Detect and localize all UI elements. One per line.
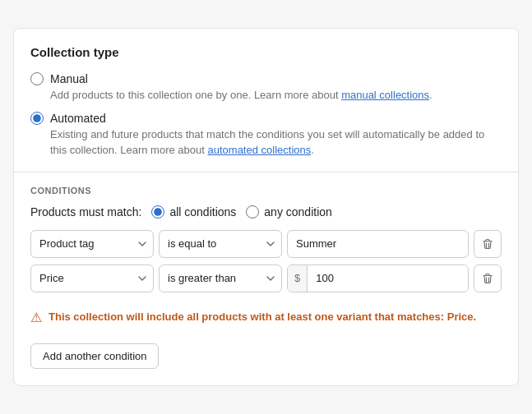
manual-radio[interactable]	[30, 72, 44, 85]
conditions-section-label: CONDITIONS	[30, 186, 502, 196]
all-conditions-label[interactable]: all conditions	[169, 205, 236, 218]
delete-condition-2[interactable]	[474, 264, 502, 292]
operator-select-2[interactable]: is equal to is not equal to is greater t…	[159, 264, 282, 292]
currency-prefix: $	[288, 265, 308, 292]
automated-label-row: Automated	[30, 112, 502, 125]
operator-select-1[interactable]: is equal to is not equal to starts with …	[159, 230, 282, 258]
card-divider	[14, 172, 518, 172]
manual-label-row: Manual	[30, 72, 502, 85]
condition-row-2: Product tag Price Title Vendor Type is e…	[30, 264, 502, 292]
add-condition-button[interactable]: Add another condition	[30, 343, 159, 369]
manual-option: Manual Add products to this collection o…	[30, 72, 502, 104]
automated-label[interactable]: Automated	[50, 112, 106, 125]
field-select-1[interactable]: Product tag Price Title Vendor Type	[30, 230, 154, 258]
page-wrapper: Collection type Manual Add products to t…	[13, 28, 519, 386]
automated-collections-link[interactable]: automated collections	[208, 144, 312, 156]
value-input-2[interactable]	[308, 265, 468, 292]
condition-row-1: Product tag Price Title Vendor Type is e…	[30, 230, 502, 258]
delete-condition-1[interactable]	[474, 230, 502, 258]
collection-type-radio-group: Manual Add products to this collection o…	[30, 72, 502, 159]
conditions-match-row: Products must match: all conditions any …	[30, 205, 502, 218]
automated-description: Existing and future products that match …	[50, 126, 502, 159]
match-label: Products must match:	[30, 205, 141, 218]
automated-radio[interactable]	[30, 112, 44, 125]
manual-collections-link[interactable]: manual collections	[341, 89, 429, 101]
warning-text: This collection will include all product…	[49, 309, 476, 325]
any-condition-label[interactable]: any condition	[264, 205, 332, 218]
collection-type-card: Collection type Manual Add products to t…	[13, 28, 519, 386]
automated-option: Automated Existing and future products t…	[30, 112, 502, 159]
field-select-2[interactable]: Product tag Price Title Vendor Type	[30, 264, 154, 292]
manual-label[interactable]: Manual	[50, 72, 88, 85]
warning-row: ⚠ This collection will include all produ…	[30, 302, 502, 332]
all-conditions-option: all conditions	[151, 205, 236, 218]
any-condition-radio[interactable]	[246, 205, 259, 218]
trash-icon-2	[482, 273, 493, 284]
trash-icon-1	[482, 238, 493, 250]
any-condition-option: any condition	[246, 205, 332, 218]
collection-type-title: Collection type	[30, 45, 502, 59]
value-input-wrapper-2: $	[287, 264, 469, 292]
all-conditions-radio[interactable]	[151, 205, 164, 218]
warning-icon: ⚠	[30, 310, 42, 325]
condition-rows: Product tag Price Title Vendor Type is e…	[30, 230, 502, 292]
value-input-1[interactable]	[287, 230, 469, 258]
add-condition-label: Add another condition	[43, 350, 146, 362]
manual-description: Add products to this collection one by o…	[50, 87, 502, 104]
